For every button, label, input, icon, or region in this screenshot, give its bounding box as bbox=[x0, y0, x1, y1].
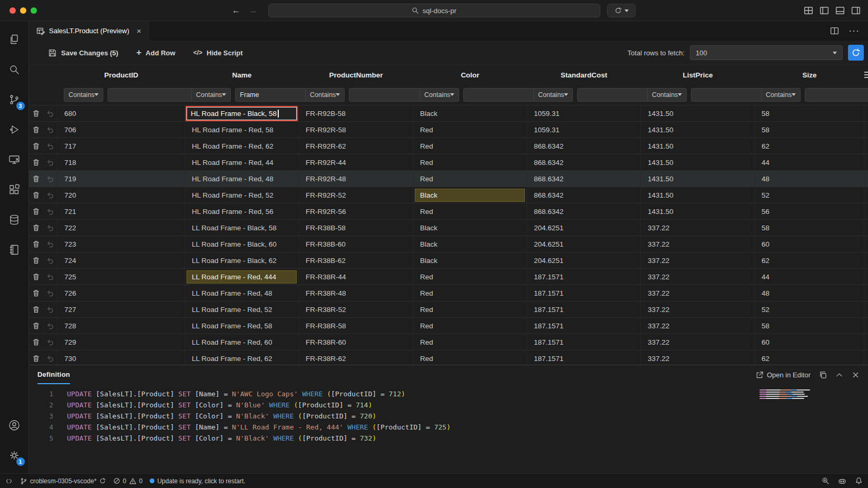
cell-product-id[interactable]: 725 bbox=[57, 269, 185, 285]
table-row[interactable]: 729 LL Road Frame - Red, 60 FR-R38R-60 R… bbox=[29, 334, 868, 350]
branch-status[interactable]: croblesm-0305-vscode* bbox=[20, 477, 106, 485]
cell-standard-cost[interactable]: 868.6342 bbox=[527, 171, 641, 187]
extensions-icon[interactable] bbox=[0, 174, 29, 204]
cell-standard-cost[interactable]: 1059.31 bbox=[527, 122, 641, 138]
filter-operator-productnumber[interactable]: Contains bbox=[305, 88, 345, 102]
revert-row-icon[interactable] bbox=[46, 126, 54, 134]
cell-product-number[interactable]: FR-R92B-58 bbox=[299, 105, 413, 121]
cell-color[interactable]: Red bbox=[413, 334, 527, 350]
cell-size[interactable]: 60 bbox=[755, 334, 864, 350]
cell-list-price[interactable]: 337.22 bbox=[641, 220, 755, 236]
cell-size[interactable]: 62 bbox=[755, 252, 864, 268]
cell-color[interactable]: Red bbox=[413, 318, 527, 334]
cell-list-price[interactable]: 337.22 bbox=[641, 350, 755, 365]
delete-row-icon[interactable] bbox=[32, 175, 40, 183]
cell-color[interactable]: Red bbox=[413, 301, 527, 317]
cell-product-number[interactable]: FR-R92R-56 bbox=[299, 203, 413, 219]
copy-icon[interactable] bbox=[819, 371, 827, 379]
filter-operator-listprice[interactable]: Contains bbox=[647, 88, 687, 102]
cell-size[interactable]: 62 bbox=[755, 138, 864, 154]
cell-color[interactable]: Black bbox=[413, 220, 527, 236]
filter-operator-standardcost[interactable]: Contains bbox=[533, 88, 573, 102]
cell-standard-cost[interactable]: 868.6342 bbox=[527, 187, 641, 203]
delete-row-icon[interactable] bbox=[32, 289, 40, 297]
table-row[interactable]: 706 HL Road Frame - Red, 58 FR-R92R-58 R… bbox=[29, 122, 868, 138]
table-row[interactable]: 725 LL Road Frame - Red, 444 FR-R38R-44 … bbox=[29, 269, 868, 285]
cell-product-id[interactable]: 718 bbox=[57, 154, 185, 170]
cell-name[interactable]: HL Road Frame - Red, 58 bbox=[185, 122, 299, 138]
cell-color[interactable]: Black bbox=[413, 187, 527, 203]
revert-row-icon[interactable] bbox=[46, 142, 54, 150]
cell-standard-cost[interactable]: 187.1571 bbox=[527, 334, 641, 350]
cell-product-id[interactable]: 722 bbox=[57, 220, 185, 236]
cell-size[interactable]: 62 bbox=[755, 350, 864, 365]
delete-row-icon[interactable] bbox=[32, 355, 40, 363]
cell-standard-cost[interactable]: 204.6251 bbox=[527, 236, 641, 252]
column-header-productid[interactable]: ProductID bbox=[57, 71, 185, 79]
table-row[interactable]: 727 LL Road Frame - Red, 52 FR-R38R-52 R… bbox=[29, 301, 868, 318]
tab-saleslt-product[interactable]: SalesLT.Product (Preview) × bbox=[29, 21, 149, 41]
cell-product-id[interactable]: 680 bbox=[57, 105, 185, 121]
delete-row-icon[interactable] bbox=[32, 208, 40, 216]
table-row[interactable]: 719 HL Road Frame - Red, 48 FR-R92R-48 R… bbox=[29, 171, 868, 187]
cell-product-number[interactable]: FR-R38B-60 bbox=[299, 236, 413, 252]
database-projects-icon[interactable] bbox=[0, 204, 29, 235]
split-editor-icon[interactable] bbox=[830, 26, 839, 35]
remote-explorer-icon[interactable] bbox=[0, 144, 29, 174]
total-rows-select[interactable]: 100 bbox=[690, 45, 843, 60]
notebooks-icon[interactable] bbox=[0, 235, 29, 265]
cell-product-number[interactable]: FR-R38R-60 bbox=[299, 334, 413, 350]
cell-product-id[interactable]: 727 bbox=[57, 301, 185, 317]
sync-dropdown-button[interactable] bbox=[607, 4, 636, 17]
cell-product-id[interactable]: 717 bbox=[57, 138, 185, 154]
cell-name[interactable]: HL Road Frame - Red, 52 bbox=[185, 187, 299, 203]
delete-row-icon[interactable] bbox=[32, 257, 40, 265]
cell-list-price[interactable]: 1431.50 bbox=[641, 138, 755, 154]
cell-standard-cost[interactable]: 204.6251 bbox=[527, 220, 641, 236]
cell-size[interactable]: 58 bbox=[755, 105, 864, 121]
cell-list-price[interactable]: 1431.50 bbox=[641, 203, 755, 219]
cell-color[interactable]: Red bbox=[413, 171, 527, 187]
filter-operator-productid[interactable]: Contains bbox=[64, 88, 103, 102]
delete-row-icon[interactable] bbox=[32, 159, 40, 167]
hide-script-button[interactable]: </> Hide Script bbox=[193, 49, 243, 57]
table-row[interactable]: 720 HL Road Frame - Red, 52 FR-R92R-52 B… bbox=[29, 187, 868, 203]
zoom-in-icon[interactable] bbox=[822, 477, 830, 485]
cell-color[interactable]: Black bbox=[413, 252, 527, 268]
close-window-button[interactable] bbox=[9, 7, 16, 14]
cell-name[interactable]: LL Road Frame - Red, 48 bbox=[185, 285, 299, 301]
toggle-secondary-sidebar-icon[interactable] bbox=[851, 6, 861, 15]
cell-name[interactable]: LL Road Frame - Black, 62 bbox=[185, 252, 299, 268]
run-debug-icon[interactable] bbox=[0, 114, 29, 144]
revert-row-icon[interactable] bbox=[46, 289, 54, 297]
filter-operator-name[interactable]: Contains bbox=[191, 88, 231, 102]
delete-row-icon[interactable] bbox=[32, 191, 40, 199]
settings-gear-icon[interactable]: 1 bbox=[0, 440, 29, 470]
cell-name[interactable]: LL Road Frame - Red, 60 bbox=[185, 334, 299, 350]
cell-size[interactable]: 58 bbox=[755, 220, 864, 236]
cell-list-price[interactable]: 337.22 bbox=[641, 236, 755, 252]
cell-name[interactable]: LL Road Frame - Red, 62 bbox=[185, 350, 299, 365]
filter-operator-color[interactable]: Contains bbox=[420, 88, 459, 102]
cell-name[interactable]: LL Road Frame - Red, 444 bbox=[185, 269, 299, 285]
cell-name[interactable]: HL Road Frame - Red, 48 bbox=[185, 171, 299, 187]
cell-product-id[interactable]: 724 bbox=[57, 252, 185, 268]
cell-product-id[interactable]: 728 bbox=[57, 318, 185, 334]
cell-list-price[interactable]: 1431.50 bbox=[641, 171, 755, 187]
back-icon[interactable]: ← bbox=[232, 6, 240, 15]
cell-product-number[interactable]: FR-R92R-62 bbox=[299, 138, 413, 154]
cell-product-number[interactable]: FR-R92R-58 bbox=[299, 122, 413, 138]
copilot-icon[interactable] bbox=[838, 477, 846, 485]
table-row[interactable]: 728 LL Road Frame - Red, 58 FR-R38R-58 R… bbox=[29, 318, 868, 334]
minimize-window-button[interactable] bbox=[20, 7, 26, 14]
cell-product-id[interactable]: 726 bbox=[57, 285, 185, 301]
cell-color[interactable]: Red bbox=[413, 203, 527, 219]
cell-size[interactable]: 44 bbox=[755, 154, 864, 170]
table-row[interactable]: 718 HL Road Frame - Red, 44 FR-R92R-44 R… bbox=[29, 154, 868, 171]
cell-product-number[interactable]: FR-R38R-44 bbox=[299, 269, 413, 285]
cell-list-price[interactable]: 337.22 bbox=[641, 301, 755, 317]
cell-product-number[interactable]: FR-R38B-58 bbox=[299, 220, 413, 236]
add-row-button[interactable]: + Add Row bbox=[136, 47, 175, 58]
cell-product-number[interactable]: FR-R92R-48 bbox=[299, 171, 413, 187]
cell-product-number[interactable]: FR-R38R-48 bbox=[299, 285, 413, 301]
